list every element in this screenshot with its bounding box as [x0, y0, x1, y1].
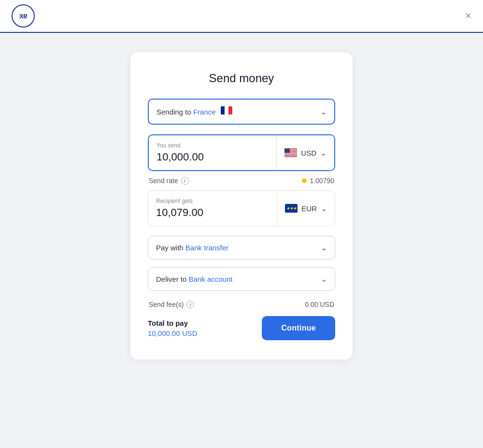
send-rate-value: 1.00790: [302, 177, 334, 185]
chevron-down-icon: ⌄: [320, 107, 327, 116]
rate-number: 1.00790: [310, 177, 334, 185]
send-currency-chevron-icon: ⌄: [320, 148, 327, 158]
send-label: You send: [156, 142, 269, 149]
total-label: Total to pay: [148, 319, 198, 327]
send-rate-label: Send rate i: [149, 177, 189, 185]
flag-red: [228, 106, 232, 115]
recipient-currency-selector[interactable]: ★★★ EUR ⌄: [277, 191, 335, 226]
rate-dot-icon: [302, 178, 307, 183]
flag-white: [225, 106, 228, 115]
france-flag: [221, 107, 232, 116]
send-amount[interactable]: 10,000.00: [156, 151, 269, 163]
fee-info-icon[interactable]: i: [186, 301, 194, 308]
eu-flag-icon: ★★★: [285, 204, 298, 213]
recipient-amount: 10,079.00: [156, 206, 269, 219]
pay-with-chevron-icon: ⌄: [321, 243, 327, 252]
card-title: Send money: [148, 72, 335, 85]
fee-label: Send fee(s) i: [149, 301, 194, 308]
close-button[interactable]: ×: [465, 11, 471, 21]
header: xe ×: [0, 0, 483, 33]
eur-flag: ★★★: [285, 204, 298, 213]
recipient-gets-box: Recipient gets 10,079.00 ★★★ EUR ⌄: [148, 190, 335, 226]
pay-with-dropdown[interactable]: Pay with Bank transfer ⌄: [148, 236, 335, 260]
svg-rect-4: [284, 153, 297, 154]
france-flag-icon: [221, 106, 232, 115]
fee-label-text: Send fee(s): [149, 301, 184, 308]
send-currency-code: USD: [301, 149, 316, 157]
deliver-to-label: Deliver to Bank account: [156, 275, 232, 283]
bottom-row: Total to pay 10,000.00 USD Continue: [148, 316, 335, 340]
sending-to-country: France: [193, 108, 216, 116]
recipient-label: Recipient gets: [156, 198, 269, 204]
sending-to-dropdown[interactable]: Sending to France ⌄: [148, 99, 335, 125]
send-amount-area[interactable]: You send 10,000.00: [149, 135, 277, 170]
you-send-box: You send 10,000.00 USD: [148, 134, 335, 171]
main-content: Send money Sending to France ⌄ You send …: [0, 33, 483, 379]
fee-row: Send fee(s) i 0.00 USD: [148, 301, 335, 308]
deliver-to-prefix: Deliver to: [156, 275, 189, 283]
pay-with-value: Bank transfer: [185, 244, 228, 252]
svg-rect-5: [284, 154, 297, 155]
total-amount: 10,000.00 USD: [148, 329, 198, 337]
svg-rect-6: [284, 156, 297, 156]
deliver-to-chevron-icon: ⌄: [321, 275, 327, 284]
svg-rect-7: [284, 148, 290, 153]
deliver-to-dropdown[interactable]: Deliver to Bank account ⌄: [148, 267, 335, 291]
logo-text: xe: [19, 12, 27, 20]
pay-with-label: Pay with Bank transfer: [156, 244, 228, 252]
pay-with-prefix: Pay with: [156, 244, 185, 252]
flag-blue: [221, 106, 225, 115]
recipient-currency-code: EUR: [301, 204, 317, 213]
recipient-currency-chevron-icon: ⌄: [321, 204, 327, 213]
xe-logo: xe: [12, 4, 35, 28]
sending-to-label: Sending to France: [156, 106, 232, 117]
send-rate-row: Send rate i 1.00790: [148, 177, 335, 185]
send-rate-text: Send rate: [149, 177, 178, 185]
usd-flag: [284, 148, 297, 157]
recipient-amount-area: Recipient gets 10,079.00: [148, 191, 277, 226]
deliver-to-value: Bank account: [189, 275, 233, 283]
continue-button[interactable]: Continue: [262, 316, 335, 340]
send-money-card: Send money Sending to France ⌄ You send …: [130, 52, 353, 360]
fee-value: 0.00 USD: [305, 301, 334, 308]
sending-to-prefix: Sending to: [156, 108, 193, 116]
send-rate-info-icon[interactable]: i: [181, 177, 189, 185]
us-flag-icon: [284, 148, 297, 157]
send-currency-selector[interactable]: USD ⌄: [277, 135, 334, 170]
total-section: Total to pay 10,000.00 USD: [148, 319, 198, 337]
